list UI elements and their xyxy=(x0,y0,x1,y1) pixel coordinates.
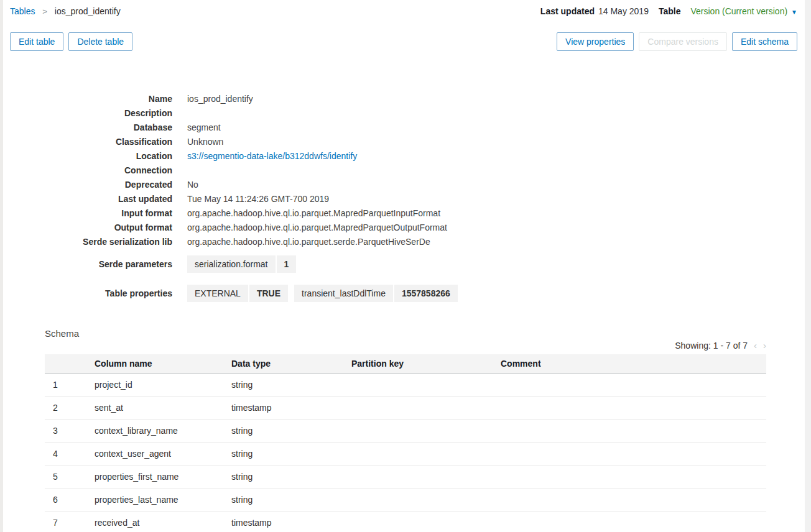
chevron-down-icon: ▼ xyxy=(791,9,797,16)
table-properties-row: Table properties EXTERNAL TRUE transient… xyxy=(10,285,797,302)
left-actions: Edit table Delete table xyxy=(10,32,132,51)
right-scroll-gutter xyxy=(805,0,811,532)
detail-value-serde-lib: org.apache.hadoop.hive.ql.io.parquet.ser… xyxy=(187,235,430,249)
top-bar: Tables > ios_prod_identify Last updated … xyxy=(10,6,797,16)
detail-row-database: Database segment xyxy=(10,121,797,135)
table-detail-page: Tables > ios_prod_identify Last updated … xyxy=(3,0,805,532)
detail-row-connection: Connection xyxy=(10,163,797,178)
version-dropdown[interactable]: Version (Current version)▼ xyxy=(690,6,797,16)
table-row: 2 sent_at timestamp xyxy=(45,397,766,420)
schema-pagination: Showing: 1 - 7 of 7 ‹ › xyxy=(45,340,766,351)
row-number-header xyxy=(45,354,95,374)
detail-value-name: ios_prod_identify xyxy=(187,92,253,106)
detail-row-output-format: Output format org.apache.hadoop.hive.ql.… xyxy=(10,221,797,235)
view-properties-button[interactable]: View properties xyxy=(557,32,634,51)
serde-parameters-label: Serde parameters xyxy=(10,255,172,273)
prev-page-icon[interactable]: ‹ xyxy=(754,340,757,351)
table-details: Name ios_prod_identify Description Datab… xyxy=(10,92,797,249)
edit-schema-button[interactable]: Edit schema xyxy=(732,32,797,51)
breadcrumb-separator-icon: > xyxy=(42,7,47,16)
detail-row-serde-lib: Serde serialization lib org.apache.hadoo… xyxy=(10,235,797,249)
table-row: 7 received_at timestamp xyxy=(45,511,766,532)
data-type-header: Data type xyxy=(231,354,351,374)
detail-value-input-format: org.apache.hadoop.hive.ql.io.parquet.Map… xyxy=(187,206,440,221)
partition-key-header: Partition key xyxy=(351,354,501,374)
detail-row-deprecated: Deprecated No xyxy=(10,178,797,192)
breadcrumb: Tables > ios_prod_identify xyxy=(10,6,121,16)
serde-parameter-pill: serialization.format 1 xyxy=(187,255,296,273)
table-row: 5 properties_first_name string xyxy=(45,466,766,488)
header-meta: Last updated 14 May 2019 Table Version (… xyxy=(540,6,797,16)
serde-parameters-row: Serde parameters serialization.format 1 xyxy=(10,255,797,273)
schema-table: Column name Data type Partition key Comm… xyxy=(45,354,766,532)
detail-row-location: Location s3://segmentio-data-lake/b312dd… xyxy=(10,149,797,163)
comment-header: Comment xyxy=(501,354,766,374)
detail-value-output-format: org.apache.hadoop.hive.ql.io.parquet.Map… xyxy=(187,221,447,235)
schema-section: Schema Showing: 1 - 7 of 7 ‹ › Column na… xyxy=(45,328,766,532)
action-bar: Edit table Delete table View properties … xyxy=(10,32,797,51)
detail-row-last-updated: Last updated Tue May 14 11:24:26 GMT-700… xyxy=(10,192,797,206)
table-label: Table xyxy=(659,6,681,16)
last-updated-value: 14 May 2019 xyxy=(598,6,649,16)
table-property-pill: transient_lastDdlTime 1557858266 xyxy=(294,285,458,302)
table-row: 3 context_library_name string xyxy=(45,420,766,443)
detail-value-deprecated: No xyxy=(187,178,198,192)
detail-value-last-updated: Tue May 14 11:24:26 GMT-700 2019 xyxy=(187,192,329,206)
table-row: 1 project_id string xyxy=(45,374,766,397)
detail-row-description: Description xyxy=(10,106,797,121)
detail-row-name: Name ios_prod_identify xyxy=(10,92,797,106)
detail-value-database: segment xyxy=(187,121,221,135)
table-properties-label: Table properties xyxy=(10,285,172,302)
schema-header-row: Column name Data type Partition key Comm… xyxy=(45,354,766,374)
breadcrumb-tables-link[interactable]: Tables xyxy=(10,6,35,16)
breadcrumb-current-table: ios_prod_identify xyxy=(55,6,121,16)
compare-versions-button[interactable]: Compare versions xyxy=(639,32,727,51)
table-row: 6 properties_last_name string xyxy=(45,488,766,511)
schema-title: Schema xyxy=(45,328,766,339)
edit-table-button[interactable]: Edit table xyxy=(10,32,63,51)
last-updated-label: Last updated xyxy=(540,6,595,16)
location-s3-link[interactable]: s3://segmentio-data-lake/b312ddwfs/ident… xyxy=(187,149,357,163)
table-property-pill: EXTERNAL TRUE xyxy=(187,285,288,302)
next-page-icon[interactable]: › xyxy=(763,340,766,351)
showing-count: Showing: 1 - 7 of 7 xyxy=(675,341,748,351)
right-actions: View properties Compare versions Edit sc… xyxy=(557,32,797,51)
detail-row-classification: Classification Unknown xyxy=(10,135,797,149)
delete-table-button[interactable]: Delete table xyxy=(68,32,132,51)
detail-value-classification: Unknown xyxy=(187,135,223,149)
version-dropdown-label: Version (Current version) xyxy=(690,6,787,16)
detail-row-input-format: Input format org.apache.hadoop.hive.ql.i… xyxy=(10,206,797,221)
column-name-header: Column name xyxy=(95,354,231,374)
table-row: 4 context_user_agent string xyxy=(45,443,766,466)
